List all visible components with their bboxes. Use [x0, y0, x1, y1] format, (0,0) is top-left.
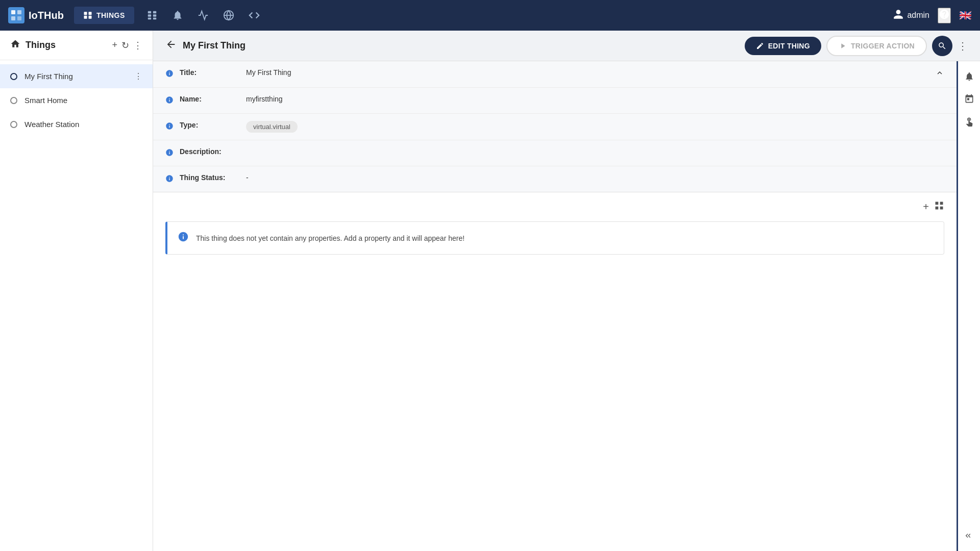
edit-thing-button[interactable]: EDIT THING	[745, 37, 821, 55]
edit-icon	[756, 42, 764, 50]
item-status-dot	[10, 97, 17, 104]
status-label: Thing Status:	[180, 173, 246, 182]
nav-chart-icon[interactable]	[198, 10, 209, 21]
back-button[interactable]	[165, 39, 177, 53]
things-nav-label: THINGS	[96, 11, 125, 19]
svg-rect-11	[153, 14, 156, 17]
info-row-title: Title: My First Thing	[153, 61, 957, 88]
svg-rect-7	[88, 16, 91, 19]
info-icon-status	[165, 174, 174, 185]
logo-area[interactable]: IoTHub	[8, 7, 64, 23]
things-nav-button[interactable]: THINGS	[74, 7, 134, 24]
help-button[interactable]	[938, 8, 951, 23]
page-title: My First Thing	[183, 40, 246, 51]
sidebar-item-label: My First Thing	[24, 72, 134, 81]
header-left: My First Thing	[165, 39, 246, 53]
sidebar-item-label: Weather Station	[24, 120, 134, 129]
sidebar-more-button[interactable]: ⋮	[133, 40, 142, 51]
title-label: Title:	[180, 68, 246, 77]
svg-rect-0	[11, 10, 15, 14]
logo-icon	[8, 7, 24, 23]
nav-bell-icon[interactable]	[172, 10, 183, 21]
search-icon	[938, 41, 947, 51]
add-thing-button[interactable]: +	[112, 40, 117, 51]
svg-rect-6	[84, 16, 87, 19]
svg-rect-4	[84, 12, 87, 15]
sidebar-item-weather-station[interactable]: Weather Station ⋮	[0, 112, 153, 136]
info-icon-type	[165, 122, 174, 132]
content-area: My First Thing EDIT THING TRIGGER ACTION…	[153, 31, 980, 551]
info-icon-title	[165, 69, 174, 80]
edit-thing-label: EDIT THING	[768, 42, 810, 50]
svg-rect-2	[11, 16, 15, 20]
grid-view-button[interactable]	[934, 201, 944, 213]
info-row-name: Name: myfirstthing	[153, 88, 957, 114]
title-value-area: My First Thing	[246, 68, 944, 80]
status-value: -	[246, 173, 944, 182]
sidebar-title-text: Things	[26, 40, 56, 51]
admin-label: admin	[907, 11, 929, 20]
properties-section: + This thing does not yet contain any pr…	[153, 192, 957, 263]
header-right: EDIT THING TRIGGER ACTION ⋮	[745, 36, 968, 56]
content-header: My First Thing EDIT THING TRIGGER ACTION…	[153, 31, 980, 61]
svg-rect-10	[148, 14, 151, 17]
item-status-dot	[10, 73, 17, 80]
svg-rect-3	[17, 16, 21, 20]
sidebar: Things + ↻ ⋮ My First Thing ⋮ Smart Home…	[0, 31, 153, 551]
title-value: My First Thing	[246, 68, 935, 77]
item-menu-button[interactable]: ⋮	[134, 71, 142, 81]
svg-rect-13	[153, 18, 156, 20]
name-label: Name:	[180, 95, 246, 103]
sidebar-title-area: Things	[10, 39, 56, 52]
svg-rect-8	[148, 11, 151, 14]
sidebar-item-smart-home[interactable]: Smart Home ⋮	[0, 88, 153, 112]
sidebar-actions: + ↻ ⋮	[112, 40, 142, 51]
refresh-button[interactable]: ↻	[121, 40, 129, 51]
trigger-icon	[839, 42, 847, 50]
things-list: My First Thing ⋮ Smart Home ⋮ Weather St…	[0, 60, 153, 140]
info-row-type: Type: virtual.virtual	[153, 114, 957, 140]
nav-right: admin 🇬🇧	[893, 8, 972, 23]
right-sidebar	[957, 61, 980, 551]
detail-panel: Title: My First Thing Name:	[153, 61, 957, 551]
empty-properties-text: This thing does not yet contain any prop…	[196, 234, 464, 242]
home-icon	[10, 39, 20, 52]
empty-properties-message: This thing does not yet contain any prop…	[165, 221, 944, 255]
type-badge: virtual.virtual	[246, 121, 298, 133]
right-sidebar-bell-button[interactable]	[960, 67, 978, 86]
item-status-dot	[10, 121, 17, 128]
thing-info-section: Title: My First Thing Name:	[153, 61, 957, 192]
right-sidebar-calendar-button[interactable]	[960, 90, 978, 108]
type-value: virtual.virtual	[246, 121, 944, 133]
add-property-button[interactable]: +	[923, 201, 929, 213]
collapse-button[interactable]	[935, 68, 944, 80]
header-more-button[interactable]: ⋮	[958, 40, 968, 52]
info-icon-name	[165, 96, 174, 106]
type-label: Type:	[180, 121, 246, 129]
info-icon-description	[165, 148, 174, 159]
info-message-icon	[178, 231, 189, 245]
main-layout: Things + ↻ ⋮ My First Thing ⋮ Smart Home…	[0, 31, 980, 551]
name-value: myfirstthing	[246, 95, 944, 103]
right-sidebar-hand-button[interactable]	[960, 112, 978, 131]
admin-user[interactable]: admin	[893, 9, 929, 22]
nav-code-icon[interactable]	[249, 10, 260, 21]
sidebar-item-label: Smart Home	[24, 96, 134, 105]
nav-grid-icon[interactable]	[146, 10, 158, 21]
info-row-status: Thing Status: -	[153, 166, 957, 192]
search-button[interactable]	[932, 36, 952, 56]
trigger-action-button: TRIGGER ACTION	[826, 36, 927, 56]
top-navigation: IoTHub THINGS admi	[0, 0, 980, 31]
nav-icons	[146, 10, 893, 21]
description-label: Description:	[180, 147, 246, 156]
info-row-description: Description:	[153, 140, 957, 166]
language-flag[interactable]: 🇬🇧	[959, 9, 972, 21]
app-name: IoTHub	[29, 10, 64, 21]
sidebar-header: Things + ↻ ⋮	[0, 31, 153, 60]
right-sidebar-collapse-button[interactable]	[960, 527, 978, 545]
sidebar-item-my-first-thing[interactable]: My First Thing ⋮	[0, 64, 153, 88]
properties-toolbar: +	[165, 201, 944, 213]
svg-rect-9	[153, 11, 156, 14]
trigger-action-label: TRIGGER ACTION	[851, 42, 915, 50]
nav-globe-icon[interactable]	[223, 10, 234, 21]
